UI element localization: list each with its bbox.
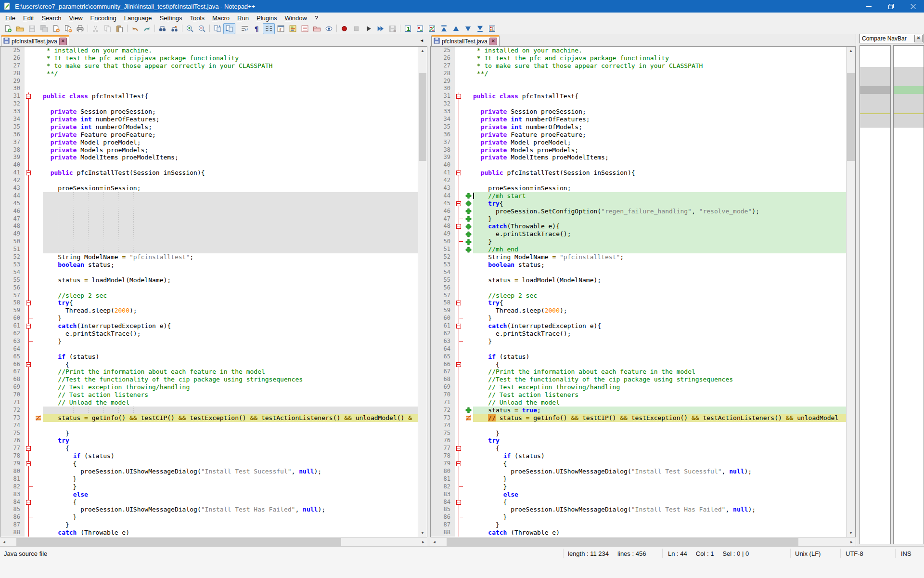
code-line-right-56[interactable]: 56 [431,284,846,292]
fold-margin[interactable] [455,361,463,368]
code-line-left-38[interactable]: 38 private Models proeModels; [0,146,418,154]
code-line-right-58[interactable]: 58 try{ [431,299,846,307]
scroll-up-icon[interactable]: ▲ [418,47,427,55]
code-line-left-71[interactable]: 71 // Unload the model [0,399,418,407]
tab-scroll-left-icon[interactable]: ◄ [420,39,424,43]
fold-collapse-icon[interactable] [26,500,31,505]
status-encoding[interactable]: UTF-8 [846,550,863,557]
code-text[interactable]: proeSession.UIShowMessageDialog("Install… [43,468,418,475]
code-text[interactable]: String ModelName = "pfcinstalltest"; [43,253,418,261]
code-text[interactable]: Thread.sleep(2000); [43,307,418,315]
code-text[interactable]: } [473,430,846,437]
tab-close-icon[interactable]: ✕ [59,38,67,45]
code-text[interactable]: catch(InterruptedException e){ [473,322,846,330]
fold-collapse-icon[interactable] [26,461,31,466]
fold-collapse-icon[interactable] [26,324,31,328]
code-line-right-81[interactable]: 81 } [431,475,846,483]
code-line-right-79[interactable]: 79 { [431,460,846,468]
code-line-left-72[interactable]: 72 [0,407,418,414]
code-line-right-70[interactable]: 70 // Test action listeners [431,391,846,399]
code-line-left-66[interactable]: 66 { [0,361,418,368]
code-line-right-82[interactable]: 82 } [431,483,846,491]
code-line-right-46[interactable]: 46 proeSession.SetConfigOption("regen_fa… [431,208,846,215]
code-line-right-35[interactable]: 35 private int numberOfModels; [431,123,846,131]
document-list-button[interactable] [299,23,311,34]
code-line-right-40[interactable]: 40 [431,161,846,169]
code-line-left-83[interactable]: 83 else [0,491,418,499]
code-line-right-32[interactable]: 32 [431,100,846,108]
code-line-right-77[interactable]: 77 { [431,445,846,452]
code-text[interactable]: status = loadModel(ModelName); [43,276,418,284]
code-line-right-38[interactable]: 38 private Models proeModels; [431,146,846,154]
code-text[interactable]: } [43,338,418,345]
code-text[interactable]: } [43,521,418,529]
code-line-right-27[interactable]: 27 * to make sure that those appear corr… [431,62,846,70]
code-text[interactable]: Thread.sleep(2000); [473,307,846,315]
code-text[interactable] [43,192,418,200]
vscroll-thumb[interactable] [419,73,426,161]
code-line-right-55[interactable]: 55 status = loadModel(ModelName); [431,276,846,284]
open-file-button[interactable] [14,23,26,34]
scroll-down-icon[interactable]: ▼ [418,529,427,537]
code-text[interactable]: { [473,445,846,452]
code-line-right-80[interactable]: 80 proeSession.UIShowMessageDialog("Inst… [431,468,846,475]
menu-view[interactable]: View [65,13,87,23]
code-text[interactable]: status = true; [473,407,846,414]
fold-collapse-icon[interactable] [456,461,461,466]
menu-macro[interactable]: Macro [208,13,233,23]
scroll-down-icon[interactable]: ▼ [847,529,855,537]
code-line-right-36[interactable]: 36 private Feature proeFeature; [431,131,846,139]
code-text[interactable]: // Test action listeners [43,391,418,399]
code-text[interactable] [43,161,418,169]
code-line-right-53[interactable]: 53 boolean status; [431,261,846,269]
indent-guide-button[interactable] [263,23,275,34]
code-text[interactable]: //Test the functionality of the cip pack… [473,376,846,383]
code-text[interactable]: proeSession.UIShowMessageDialog("Install… [43,506,418,513]
code-line-left-32[interactable]: 32 [0,100,418,108]
code-line-left-42[interactable]: 42 [0,177,418,184]
code-line-left-39[interactable]: 39 private ModelItems proeModelItems; [0,154,418,161]
code-text[interactable]: * to make sure that those appear correct… [43,62,418,70]
code-line-right-43[interactable]: 43 proeSession=inSession; [431,184,846,192]
status-insert-mode[interactable]: INS [901,550,911,557]
code-text[interactable] [43,230,418,238]
code-line-right-28[interactable]: 28 **/ [431,70,846,78]
menu-language[interactable]: Language [120,13,156,23]
code-text[interactable]: private Models proeModels; [473,146,846,154]
code-text[interactable]: proeSession.UIShowMessageDialog("Install… [473,506,846,513]
code-text[interactable]: catch(InterruptedException e){ [43,322,418,330]
code-text[interactable] [473,100,846,108]
code-line-right-74[interactable]: 74 [431,422,846,430]
code-text[interactable]: proeSession.UIShowMessageDialog("Install… [473,468,846,475]
code-line-left-30[interactable]: 30 [0,85,418,92]
paste-button[interactable] [114,23,126,34]
compare-nav-bar-button[interactable] [486,23,498,34]
code-line-left-36[interactable]: 36 private Feature proeFeature; [0,131,418,139]
code-text[interactable]: } [473,238,846,246]
show-all-characters-button[interactable]: ¶ [251,23,263,34]
code-line-right-50[interactable]: 50 } [431,238,846,246]
code-text[interactable]: * to make sure that those appear correct… [473,62,846,70]
zoom-out-button[interactable] [196,23,208,34]
code-text[interactable] [43,407,418,414]
code-text[interactable]: // Test action listeners [473,391,846,399]
code-line-right-39[interactable]: 39 private ModelItems proeModelItems; [431,154,846,161]
code-line-left-55[interactable]: 55 status = loadModel(ModelName); [0,276,418,284]
hscroll-thumb[interactable] [447,538,798,546]
code-text[interactable]: if (status) [43,353,418,361]
code-line-left-69[interactable]: 69 // Test exception throwing/handling [0,383,418,391]
compare-button[interactable] [414,23,426,34]
code-text[interactable]: catch(Throwable e){ [473,223,846,230]
code-line-left-80[interactable]: 80 proeSession.UIShowMessageDialog("Inst… [0,468,418,475]
fold-collapse-icon[interactable] [456,446,461,451]
code-line-left-74[interactable]: 74 [0,422,418,430]
code-text[interactable]: private Session proeSession; [473,108,846,116]
code-line-right-61[interactable]: 61 catch(InterruptedException e){ [431,322,846,330]
code-text[interactable]: private Model proeModel; [473,139,846,146]
code-text[interactable]: // status = getInfo() && testCIP() && te… [473,414,846,422]
function-list-button[interactable]: f [275,23,287,34]
code-text[interactable] [473,85,846,92]
code-line-right-51[interactable]: 51 //mh end [431,246,846,253]
code-text[interactable]: //Print the information about each featu… [473,368,846,376]
code-text[interactable]: catch (Throwable e) [43,529,418,537]
